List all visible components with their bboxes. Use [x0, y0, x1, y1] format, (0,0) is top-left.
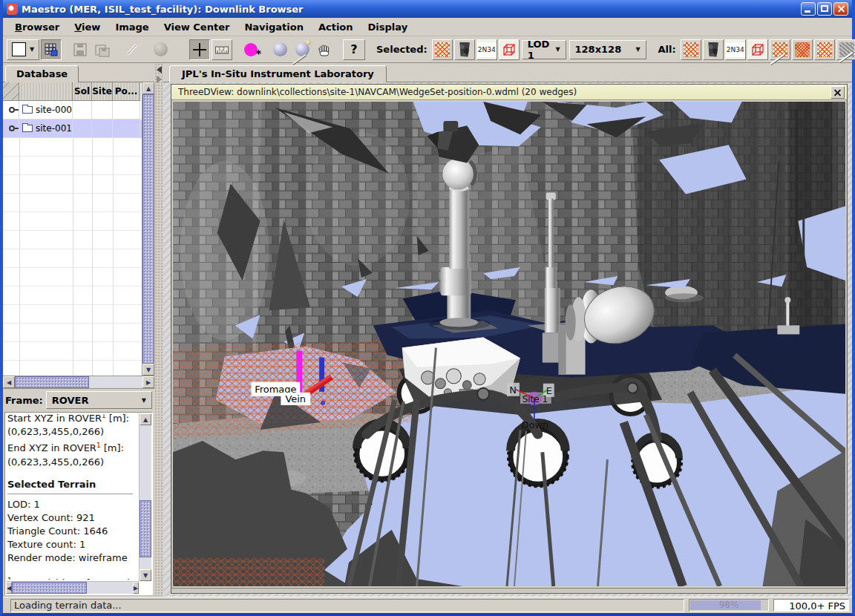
scroll-down-icon[interactable]: ▼ [140, 569, 151, 581]
main-toolbar: ▼ [3, 36, 852, 63]
info-line: LOD: 1 [7, 498, 137, 511]
header-name[interactable] [19, 82, 73, 101]
frame-close-button[interactable] [831, 86, 845, 99]
all-mesh-button[interactable] [814, 39, 835, 60]
maximize-button[interactable] [817, 2, 832, 16]
crosshair-button[interactable] [189, 39, 210, 60]
scroll-thumb[interactable] [12, 582, 87, 594]
collapse-right-icon[interactable] [157, 76, 162, 83]
chevron-down-icon: ▼ [555, 46, 560, 53]
floppy-disk-icon [73, 42, 88, 57]
info-hscrollbar[interactable]: ◀ ▶ [6, 581, 139, 594]
selected-bbox-button[interactable] [499, 39, 520, 60]
status-message: Loading terrain data... [10, 599, 684, 612]
info-line: Vertex Count: 921 [7, 511, 137, 525]
lighting-button[interactable] [292, 39, 312, 60]
progress-bar: 98% [689, 599, 769, 612]
main-panel: JPL's In-Situ Instrument Laboratory Thre… [163, 63, 852, 597]
info-vscrollbar[interactable]: ▲ ▼ [139, 413, 151, 581]
shaded-view-button[interactable] [269, 39, 290, 60]
scroll-right-icon[interactable]: ▶ [133, 582, 139, 594]
scroll-thumb[interactable] [15, 376, 89, 388]
header-sol[interactable]: Sol [73, 82, 92, 101]
ruler-button[interactable]: 1 2 [212, 39, 232, 60]
menu-view[interactable]: View [67, 20, 108, 34]
header-site[interactable]: Site [92, 82, 113, 101]
wireframe-icon [684, 42, 698, 57]
pan-button[interactable] [314, 39, 335, 60]
header-pos[interactable]: Po... [113, 82, 140, 101]
threedview-frame: ThreeDView: downlink\collections\site-1\… [171, 84, 848, 594]
header-corner [3, 82, 19, 101]
expand-icon[interactable] [9, 107, 15, 113]
scroll-thumb[interactable] [140, 500, 151, 558]
minimize-button[interactable] [801, 2, 816, 16]
save-button[interactable] [70, 39, 91, 60]
terrain-info-text: Start XYZ in ROVER1 [m]: (0,623,3,455,0,… [7, 414, 137, 580]
red-cube-icon [502, 42, 517, 57]
magenta-dot-icon: * [244, 43, 258, 56]
menu-image[interactable]: Image [108, 20, 156, 34]
label-site: Site 1 [522, 394, 548, 404]
square-shape-icon [12, 42, 26, 56]
tab-isil[interactable]: JPL's In-Situ Instrument Laboratory [169, 65, 387, 83]
scroll-down-icon[interactable]: ▼ [142, 364, 154, 376]
all-mesh-pick-button[interactable] [770, 39, 790, 60]
collapse-left-icon[interactable] [157, 66, 162, 73]
save-all-button[interactable] [92, 39, 113, 60]
gray-pick-icon [839, 42, 854, 57]
grid-lock-button[interactable] [41, 39, 62, 60]
database-panel: Database Sol Site Po... [3, 63, 154, 597]
scroll-up-icon[interactable]: ▲ [140, 413, 151, 425]
menu-view-center[interactable]: View Center [157, 20, 238, 34]
menu-display[interactable]: Display [361, 20, 416, 34]
shape-select-dropdown[interactable]: ▼ [7, 39, 39, 60]
all-wireframe-button[interactable] [681, 39, 701, 60]
tab-database[interactable]: Database [5, 65, 79, 83]
window-title: Maestro (MER, ISIL_test_facility): Downl… [22, 4, 304, 15]
threed-scene[interactable]: Fromage Vein [173, 102, 845, 586]
frame-combobox[interactable]: ROVER▼ [46, 391, 152, 409]
selected-image-id-button[interactable]: 2N34 [476, 39, 497, 60]
scroll-up-icon[interactable]: ▲ [142, 82, 154, 94]
measure-pencil-button[interactable] [121, 39, 142, 60]
frame-label: Frame: [5, 395, 43, 406]
table-hscrollbar[interactable]: ◀ ▶ [3, 376, 154, 389]
grid-lock-icon [44, 42, 59, 57]
svg-text:1 2: 1 2 [218, 46, 225, 50]
title-bar[interactable]: Maestro (MER, ISIL_test_facility): Downl… [3, 0, 852, 18]
scroll-right-icon[interactable]: ▶ [142, 376, 154, 388]
chevron-down-icon: ▼ [30, 46, 34, 53]
menu-navigation[interactable]: Navigation [237, 20, 311, 34]
selected-wireframe-button[interactable] [432, 39, 453, 60]
render-sphere-button[interactable] [150, 39, 171, 60]
all-bbox-button[interactable] [747, 39, 768, 60]
lod-dropdown[interactable]: LOD 1▼ [522, 40, 566, 59]
threedview-titlebar[interactable]: ThreeDView: downlink\collections\site-1\… [171, 85, 847, 100]
expand-icon[interactable] [9, 125, 15, 131]
table-row-site-000[interactable]: site-000 [3, 101, 142, 119]
close-button[interactable] [833, 2, 848, 16]
all-gray-pick-button[interactable] [836, 39, 855, 60]
table-row-site-001[interactable]: site-001 [3, 119, 142, 138]
info-line: Triangle Count: 1646 [7, 525, 137, 538]
all-image-id-button[interactable]: 2N34 [725, 39, 746, 60]
all-texture-button[interactable] [703, 39, 724, 60]
label-down: Down [522, 419, 549, 430]
terrain-info-panel: Start XYZ in ROVER1 [m]: (0,623,3,455,0,… [4, 412, 153, 595]
split-divider[interactable] [154, 63, 163, 597]
scroll-left-icon[interactable]: ◀ [6, 582, 12, 594]
info-line: Start XYZ in ROVER1 [m]: [7, 414, 137, 425]
selected-texture-button[interactable] [454, 39, 475, 60]
help-button[interactable]: ? [343, 39, 365, 60]
highlight-point-button[interactable]: * [240, 39, 261, 60]
app-icon [7, 4, 18, 15]
resolution-dropdown[interactable]: 128x128▼ [569, 40, 646, 59]
menu-action[interactable]: Action [311, 20, 361, 34]
table-vscrollbar[interactable]: ▲ ▼ [142, 82, 154, 376]
scroll-left-icon[interactable]: ◀ [3, 376, 15, 388]
scroll-thumb[interactable] [142, 94, 154, 364]
menu-browser[interactable]: Browser [7, 20, 67, 34]
all-mesh-dense-button[interactable] [792, 39, 813, 60]
folder-icon [22, 125, 33, 132]
